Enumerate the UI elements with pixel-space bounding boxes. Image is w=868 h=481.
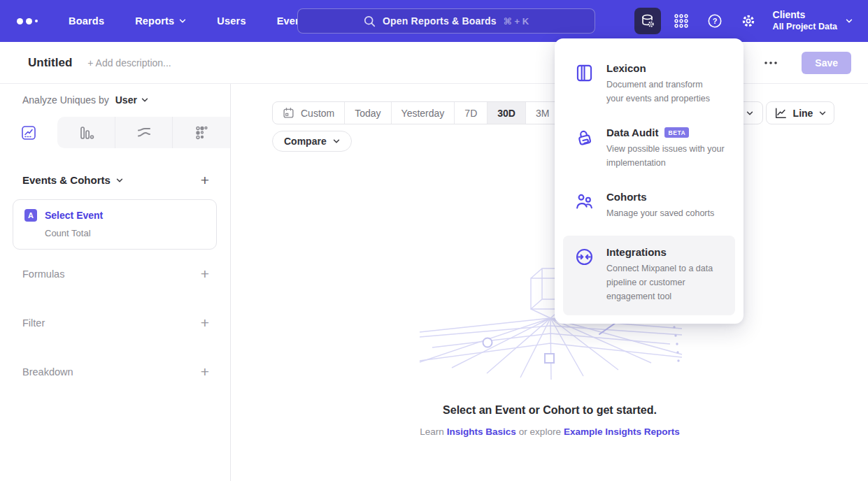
line-chart-icon	[20, 124, 37, 141]
date-range-30d-label: 30D	[497, 108, 515, 119]
empty-state-subtitle: Learn Insights Basics or explore Example…	[232, 426, 868, 437]
menu-item-description: Manage your saved cohorts	[606, 206, 714, 220]
date-range-today[interactable]: Today	[344, 102, 390, 124]
add-formula-button[interactable]: +	[201, 266, 209, 281]
event-card[interactable]: A Select Event Count Total	[13, 199, 217, 250]
events-section-toggle[interactable]: Events & Cohorts	[22, 174, 123, 186]
help-button[interactable]: ?	[702, 8, 728, 34]
filter-section: Filter +	[22, 315, 209, 330]
add-filter-button[interactable]: +	[201, 315, 209, 330]
search-placeholder: Open Reports & Boards	[383, 15, 497, 27]
tab-retention-grid[interactable]	[172, 117, 230, 148]
cohorts-people-icon	[574, 191, 595, 211]
nav-users-label: Users	[217, 15, 246, 27]
chevron-down-icon	[746, 111, 753, 115]
data-management-menu: Lexicon Document and transform your even…	[555, 38, 744, 324]
events-section-label: Events & Cohorts	[22, 174, 111, 186]
logo-dot	[35, 20, 38, 22]
menu-item-title: Data Audit BETA	[606, 127, 725, 138]
report-canvas: Custom Today Yesterday 7D 30D 3M 6M Comp…	[232, 84, 868, 481]
date-range-7d-label: 7D	[464, 108, 477, 119]
date-range-3m-label: 3M	[536, 108, 549, 119]
event-aggregation[interactable]: Count Total	[45, 228, 205, 238]
menu-item-title: Cohorts	[606, 191, 714, 203]
integrations-sync-icon	[574, 246, 595, 266]
select-event-button[interactable]: Select Event	[45, 210, 103, 221]
date-range-today-label: Today	[355, 108, 380, 119]
menu-item-description: View possible issues with your implement…	[606, 142, 725, 170]
svg-text:?: ?	[712, 17, 717, 25]
menu-item-lexicon[interactable]: Lexicon Document and transform your even…	[555, 52, 744, 116]
search-shortcut: ⌘ + K	[504, 16, 529, 27]
date-range-7d[interactable]: 7D	[454, 102, 487, 124]
menu-item-data-audit[interactable]: Data Audit BETA View possible issues wit…	[555, 116, 744, 180]
add-event-button[interactable]: +	[201, 173, 209, 187]
nav-reports[interactable]: Reports	[135, 15, 186, 27]
tab-bar-chart[interactable]	[57, 117, 115, 148]
tab-flows[interactable]	[115, 117, 173, 148]
event-series-badge: A	[24, 209, 37, 222]
project-switcher[interactable]: Clients All Project Data	[773, 9, 853, 32]
save-button[interactable]: Save	[802, 52, 851, 74]
example-reports-link[interactable]: Example Insights Reports	[564, 426, 680, 437]
logo-dot	[17, 18, 23, 24]
more-options-button[interactable]	[764, 61, 778, 65]
report-description-placeholder[interactable]: + Add description...	[87, 57, 171, 69]
beta-badge: BETA	[664, 127, 689, 138]
chevron-down-icon	[179, 19, 186, 23]
logo-dot	[26, 18, 32, 24]
calendar-icon	[283, 107, 294, 119]
formulas-label: Formulas	[22, 268, 64, 280]
add-breakdown-button[interactable]: +	[201, 364, 209, 379]
nav-boards[interactable]: Boards	[69, 15, 104, 27]
tab-insights-line[interactable]	[0, 117, 57, 148]
grid-dots-icon	[673, 13, 690, 29]
search-icon	[364, 15, 376, 27]
analyze-entity-dropdown[interactable]: User	[115, 94, 148, 106]
chart-type-dropdown[interactable]: Line	[766, 101, 834, 124]
date-range-custom-label: Custom	[301, 108, 334, 119]
global-search-bar[interactable]: Open Reports & Boards ⌘ + K	[297, 8, 595, 34]
chevron-down-icon	[819, 111, 826, 115]
date-range-30d-selected[interactable]: 30D	[487, 102, 525, 124]
insights-basics-link[interactable]: Insights Basics	[447, 426, 516, 437]
data-audit-lock-icon	[574, 127, 595, 147]
date-range-custom[interactable]: Custom	[273, 102, 344, 124]
menu-item-title: Integrations	[606, 246, 713, 258]
settings-button[interactable]	[735, 8, 762, 34]
bar-chart-icon	[78, 124, 94, 141]
menu-item-integrations[interactable]: Integrations Connect Mixpanel to a data …	[563, 236, 735, 315]
analyze-entity-value: User	[115, 94, 137, 106]
report-title[interactable]: Untitled	[28, 56, 72, 70]
empty-state-middle: or explore	[519, 426, 561, 437]
menu-item-description: Document and transform your events and p…	[606, 78, 710, 106]
ellipsis-icon	[764, 61, 778, 65]
empty-state-prefix: Learn	[420, 426, 444, 437]
events-section-header: Events & Cohorts +	[22, 173, 209, 187]
flow-sankey-icon	[136, 124, 152, 141]
menu-item-title: Lexicon	[606, 62, 710, 74]
data-management-button[interactable]	[634, 8, 661, 34]
nav-users[interactable]: Users	[217, 15, 246, 27]
empty-state-title: Select an Event or Cohort to get started…	[232, 404, 868, 417]
date-range-control: Custom Today Yesterday 7D 30D 3M 6M	[272, 101, 594, 124]
visualization-tabs-inactive	[57, 117, 230, 148]
mixpanel-logo[interactable]	[17, 18, 38, 24]
menu-item-cohorts[interactable]: Cohorts Manage your saved cohorts	[555, 180, 744, 231]
project-name: All Project Data	[773, 22, 837, 33]
empty-state: Select an Event or Cohort to get started…	[232, 404, 868, 437]
report-actions: Save	[729, 52, 851, 74]
chevron-down-icon	[116, 178, 123, 182]
menu-item-description: Connect Mixpanel to a data pipeline or c…	[606, 261, 713, 303]
formulas-section: Formulas +	[22, 266, 209, 281]
nav-right-actions: ? Clients All Project Data	[627, 0, 853, 42]
mixpanel-insights-screen: Boards Reports Users Events Open Reports…	[0, 0, 868, 481]
date-range-yesterday-label: Yesterday	[401, 108, 445, 119]
apps-grid-button[interactable]	[668, 8, 695, 34]
line-chart-icon	[774, 107, 787, 120]
date-range-yesterday[interactable]: Yesterday	[391, 102, 455, 124]
chevron-down-icon	[846, 19, 853, 23]
lexicon-book-icon	[574, 62, 595, 82]
compare-dropdown[interactable]: Compare	[272, 131, 352, 152]
breakdown-section: Breakdown +	[22, 364, 209, 379]
